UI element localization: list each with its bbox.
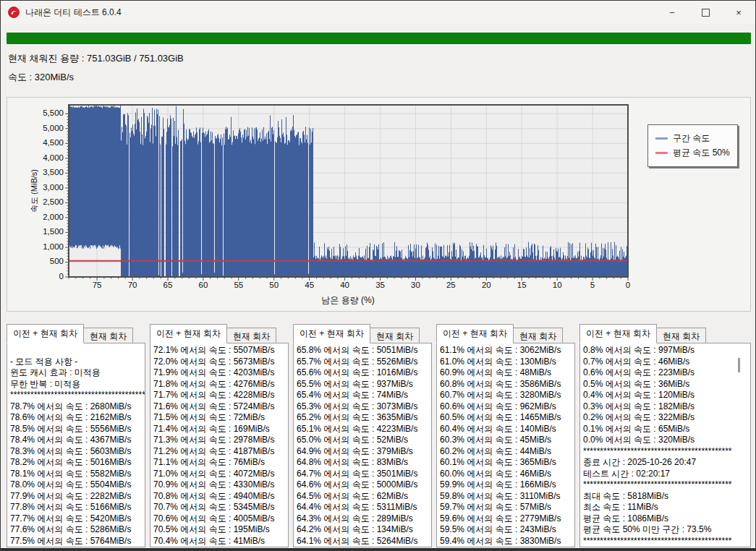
tab-current-round[interactable]: 현재 회차 [657,328,706,343]
scrollbar-thumb[interactable] [738,358,740,372]
log-line: 65.7% 에서의 속도 : 5526MiB/s [297,356,428,368]
log-panel-body[interactable]: - 모드 적용 사항 -윈도 캐시 효과 : 미적용무한 반복 : 미적용***… [7,343,145,547]
y-tick-label: 4,000 [7,153,64,162]
log-line: 77.8% 에서의 속도 : 5166MiB/s [10,502,142,513]
log-line: 59.4% 에서의 속도 : 3830MiB/s [440,536,572,547]
log-panel-body[interactable]: 61.1% 에서의 속도 : 3062MiB/s61.0% 에서의 속도 : 1… [436,343,575,547]
tab-previous-plus-current[interactable]: 이전 + 현재 회차 [579,324,657,343]
log-line: 78.6% 에서의 속도 : 2162MiB/s [10,412,142,424]
speed-status: 속도 : 320MiB/s [8,71,74,84]
chart-legend: 구간 속도 평균 속도 50% [647,124,738,167]
log-line: 71.3% 에서의 속도 : 2978MiB/s [153,435,285,446]
minimize-icon: − [669,7,675,18]
log-line: 64.7% 에서의 속도 : 3501MiB/s [297,469,428,480]
x-tick-label: 30 [411,281,420,289]
log-line: 65.3% 에서의 속도 : 3073MiB/s [297,401,428,413]
log-line: 65.1% 에서의 속도 : 4223MiB/s [297,424,428,435]
window-controls: − × [655,1,755,24]
log-line: 64.6% 에서의 속도 : 5000MiB/s [297,479,428,491]
close-icon: × [736,7,742,18]
y-tick-label: 0 [7,272,64,281]
x-tick-label: 45 [305,281,314,289]
log-line: 64.5% 에서의 속도 : 62MiB/s [297,491,428,503]
log-line: 70.5% 에서의 속도 : 195MiB/s [153,524,285,536]
tab-previous-plus-current[interactable]: 이전 + 현재 회차 [7,324,84,343]
log-panel-1: 이전 + 현재 회차현재 회차 - 모드 적용 사항 -윈도 캐시 효과 : 미… [7,325,145,547]
tab-current-round[interactable]: 현재 회차 [370,328,420,343]
log-line: 77.7% 에서의 속도 : 5420MiB/s [10,513,142,525]
plot-area [69,105,628,277]
log-line: 65.6% 에서의 속도 : 1016MiB/s [297,367,428,379]
log-line: ****************************************… [10,390,142,401]
log-panel-2: 이전 + 현재 회차현재 회차72.1% 에서의 속도 : 5507MiB/s7… [150,325,289,547]
maximize-button[interactable] [689,1,722,24]
close-button[interactable]: × [722,1,755,24]
y-tick-label: 500 [7,257,64,265]
log-panel-4: 이전 + 현재 회차현재 회차61.1% 에서의 속도 : 3062MiB/s6… [436,325,575,547]
log-line: 64.3% 에서의 속도 : 289MiB/s [297,513,428,525]
log-line: 60.5% 에서의 속도 : 1465MiB/s [440,412,572,424]
fill-progress-bar [7,33,751,44]
log-line: 70.7% 에서의 속도 : 5345MiB/s [153,502,285,513]
y-tick-label: 4,500 [7,138,64,147]
panel-tabs: 이전 + 현재 회차현재 회차 [150,325,289,343]
log-line: 65.4% 에서의 속도 : 74MiB/s [297,390,428,401]
log-line: 60.4% 에서의 속도 : 140MiB/s [440,424,572,435]
log-line: 60.0% 에서의 속도 : 46MiB/s [440,469,572,480]
log-line: 무한 반복 : 미적용 [10,379,142,390]
minimize-button[interactable]: − [655,1,689,24]
log-line: - 모드 적용 사항 - [10,356,142,368]
panel-tabs: 이전 + 현재 회차현재 회차 [293,325,432,343]
log-line: 61.0% 에서의 속도 : 130MiB/s [440,356,572,368]
log-line: 60.2% 에서의 속도 : 44MiB/s [440,446,572,458]
log-line: 78.3% 에서의 속도 : 5603MiB/s [10,446,142,458]
tab-current-round[interactable]: 현재 회차 [227,328,276,343]
x-tick-label: 15 [517,281,527,289]
x-tick-label: 35 [375,281,385,289]
log-line: 78.1% 에서의 속도 : 5582MiB/s [10,469,142,480]
tab-previous-plus-current[interactable]: 이전 + 현재 회차 [293,324,370,343]
log-line: 59.6% 에서의 속도 : 2779MiB/s [440,513,572,525]
y-tick-label: 5,500 [7,108,64,117]
x-tick-label: 70 [128,281,137,289]
y-tick-label: 2,500 [7,197,64,206]
log-panel-body[interactable]: 65.8% 에서의 속도 : 5051MiB/s65.7% 에서의 속도 : 5… [293,343,432,547]
log-line: 테스트 시간 : 02:20:17 [583,469,747,480]
log-line: 78.7% 에서의 속도 : 2680MiB/s [10,401,142,413]
y-tick-label: 3,500 [7,168,64,176]
log-line: 77.5% 에서의 속도 : 5764MiB/s [10,536,142,547]
tab-current-round[interactable]: 현재 회차 [514,328,563,343]
tab-previous-plus-current[interactable]: 이전 + 현재 회차 [436,324,514,343]
log-line: 70.4% 에서의 속도 : 41MiB/s [153,536,285,547]
log-line [10,345,142,356]
log-line: 71.6% 에서의 속도 : 5724MiB/s [153,401,285,413]
log-line: 71.8% 에서의 속도 : 4276MiB/s [153,379,285,390]
log-line: 71.0% 에서의 속도 : 4072MiB/s [153,469,285,480]
log-line: 64.9% 에서의 속도 : 379MiB/s [297,446,428,458]
app-icon [8,7,20,18]
log-line: 60.1% 에서의 속도 : 365MiB/s [440,457,572,469]
log-panel-body[interactable]: 72.1% 에서의 속도 : 5507MiB/s72.0% 에서의 속도 : 5… [150,343,289,547]
log-line: ****************************************… [583,479,747,491]
log-line: 72.0% 에서의 속도 : 5673MiB/s [153,356,285,368]
log-line: 60.8% 에서의 속도 : 3586MiB/s [440,379,572,390]
log-line: 78.5% 에서의 속도 : 5556MiB/s [10,424,142,435]
log-line: 78.0% 에서의 속도 : 5504MiB/s [10,479,142,491]
log-line: 60.9% 에서의 속도 : 48MiB/s [440,367,572,379]
capacity-status: 현재 채워진 용량 : 751.03GiB / 751.03GiB [8,52,184,65]
log-line: 종료 시간 : 2025-10-26 20:47 [583,457,747,469]
log-line: 64.1% 에서의 속도 : 5264MiB/s [297,536,428,547]
average-line-swatch [655,152,668,154]
x-tick-label: 50 [269,281,279,289]
log-panel-body[interactable]: 0.8% 에서의 속도 : 997MiB/s0.7% 에서의 속도 : 46Mi… [579,343,751,547]
log-line: 0.4% 에서의 속도 : 120MiB/s [583,390,747,401]
x-tick-label: 10 [553,281,562,289]
log-line: 64.8% 에서의 속도 : 83MiB/s [297,457,428,469]
tab-current-round[interactable]: 현재 회차 [84,328,133,343]
log-line: 64.2% 에서의 속도 : 134MiB/s [297,524,428,536]
log-line: 60.6% 에서의 속도 : 962MiB/s [440,401,572,413]
log-line: 70.8% 에서의 속도 : 4940MiB/s [153,491,285,503]
tab-previous-plus-current[interactable]: 이전 + 현재 회차 [150,324,227,343]
log-line: 71.2% 에서의 속도 : 4187MiB/s [153,446,285,458]
log-line: 64.4% 에서의 속도 : 5311MiB/s [297,502,428,513]
